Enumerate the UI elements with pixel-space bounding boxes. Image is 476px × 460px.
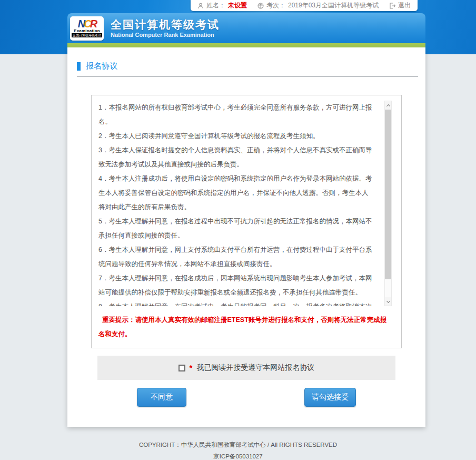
chevron-down-icon <box>386 299 390 302</box>
required-mark: * <box>190 364 192 372</box>
name-label: 姓名： <box>206 1 225 10</box>
title-marker <box>77 62 81 71</box>
logout-link[interactable]: 退出 <box>398 1 411 10</box>
title-divider <box>77 76 418 77</box>
logo-examination-text: Examination <box>74 28 100 33</box>
agreement-item: 3．考生本人保证报名时提交的个人信息资料真实、正确，并将对个人信息不真实或不正确… <box>98 143 374 172</box>
scrollbar-thumb[interactable] <box>385 110 391 279</box>
agreement-box: 1．本报名网站的所有权归教育部考试中心，考生必须完全同意所有服务条款，方可进行网… <box>91 95 402 348</box>
session-label: 考次： <box>266 1 285 10</box>
globe-icon <box>257 3 264 9</box>
site-title-en: National Computer Rank Examination <box>111 31 220 38</box>
site-title-cn: 全国计算机等级考试 <box>111 18 220 31</box>
checkbox-label: 我已阅读并接受遵守本网站报名协议 <box>196 363 314 373</box>
agreement-item: 6．考生本人理解并同意，网上支付系统由支付平台所有并运营，在付费过程中由于支付平… <box>98 243 374 271</box>
agreement-item: 1．本报名网站的所有权归教育部考试中心，考生必须完全同意所有服务条款，方可进行网… <box>98 101 374 129</box>
agreement-item: 2．考生本人已阅读并同意遵守全国计算机等级考试的报名流程及考生须知。 <box>98 129 374 143</box>
scroll-down-button[interactable] <box>385 297 391 306</box>
disagree-button[interactable]: 不同意 <box>137 388 186 407</box>
name-value: 未设置 <box>228 1 247 10</box>
copyright-text: COPYRIGHT：中华人民共和国教育部考试中心 / All RIGHTS RE… <box>0 441 476 449</box>
accept-bar: * 我已阅读并接受遵守本网站报名协议 <box>97 356 395 380</box>
logout-icon[interactable] <box>389 3 395 9</box>
scrollbar[interactable] <box>384 101 392 306</box>
scroll-up-button[interactable] <box>385 101 391 110</box>
agreement-item: 4．考生本人注册成功后，将使用自设定的密码和系统指定的用户名作为登录本网站的依据… <box>98 172 374 214</box>
session-value: 2019年03月全国计算机等级考试 <box>288 1 379 10</box>
chevron-up-icon <box>386 104 390 107</box>
scrollbar-track[interactable] <box>385 110 391 297</box>
agreement-item: 5．考生本人理解并同意，在报名过程中出现不可抗力所引起的无法正常报名的情况，本网… <box>98 214 374 243</box>
logo-caption: 全国计算机等级考试 <box>72 33 102 37</box>
icp-number: 京ICP备05031027 <box>0 453 476 460</box>
agreement-scroll-area[interactable]: 1．本报名网站的所有权归教育部考试中心，考生必须完全同意所有服务条款，方可进行网… <box>98 101 392 306</box>
agreement-item: 8．考生本人理解并同意，在同次考试中，考生只能报考同一科目一次，报考多次者将取消… <box>98 300 374 306</box>
user-info-bar: 姓名： 未设置 考次： 2019年03月全国计算机等级考试 退出 <box>191 0 418 11</box>
footer: COPYRIGHT：中华人民共和国教育部考试中心 / All RIGHTS RE… <box>0 427 476 460</box>
content-column: NCR Examination 全国计算机等级考试 全国计算机等级考试 Nati… <box>67 13 425 427</box>
ncr-logo-letters: NCR <box>78 19 96 28</box>
important-notice: 重要提示：请使用本人真实有效的邮箱注册ETEST账号并进行报名和支付，否则将无法… <box>98 313 393 341</box>
accept-button[interactable]: 请勾选接受 <box>304 388 356 407</box>
ncre-logo: NCR Examination 全国计算机等级考试 <box>70 16 104 41</box>
agreement-checkbox[interactable] <box>178 365 185 371</box>
green-divider <box>67 43 425 47</box>
agreement-item: 7．考生本人理解并同意，在报名成功后，因本网站系统出现问题影响考生本人参加考试，… <box>98 271 374 300</box>
site-banner: NCR Examination 全国计算机等级考试 全国计算机等级考试 Nati… <box>67 13 425 43</box>
page-title: 报名协议 <box>86 61 117 71</box>
agreement-text: 1．本报名网站的所有权归教育部考试中心，考生必须完全同意所有服务条款，方可进行网… <box>98 101 392 306</box>
person-icon <box>197 3 204 9</box>
main-card: 报名协议 1．本报名网站的所有权归教育部考试中心，考生必须完全同意所有服务条款，… <box>67 47 425 427</box>
